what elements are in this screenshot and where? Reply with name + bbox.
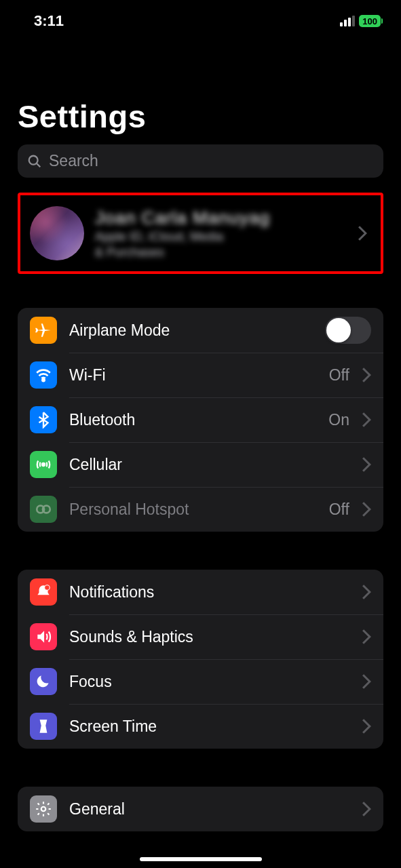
row-label: Bluetooth [69,411,316,429]
page-title: Settings [18,98,383,135]
row-value: On [328,411,349,429]
profile-subtitle: Apple ID, iCloud, Media [95,230,347,244]
row-label: Wi-Fi [69,366,317,384]
bluetooth-row[interactable]: Bluetooth On [18,397,383,442]
profile-text: Joan Carla Manuyag Apple ID, iCloud, Med… [95,208,347,260]
toggle-knob [326,318,351,342]
chevron-right-icon [362,457,371,472]
row-label: Sounds & Haptics [69,628,349,646]
hotspot-icon [30,496,57,523]
general-icon [30,795,57,823]
svg-point-6 [45,585,50,591]
chevron-right-icon [362,629,371,644]
status-bar: 3:11 100 [0,0,401,37]
chevron-right-icon [362,719,371,734]
svg-point-2 [42,379,44,381]
personal-hotspot-row[interactable]: Personal Hotspot Off [18,487,383,532]
wifi-row[interactable]: Wi-Fi Off [18,353,383,397]
search-input[interactable]: Search [18,144,383,178]
row-label: Screen Time [69,717,349,736]
row-label: Airplane Mode [69,321,313,340]
row-value: Off [329,366,349,384]
chevron-right-icon [362,585,371,599]
svg-point-3 [42,463,45,466]
row-label: Cellular [69,456,349,474]
focus-row[interactable]: Focus [18,659,383,704]
wifi-icon [30,361,57,389]
row-label: General [69,800,349,818]
svg-line-1 [37,163,41,167]
focus-icon [30,668,57,695]
chevron-right-icon [358,226,367,241]
connectivity-group: Airplane Mode Wi-Fi Off Bluetooth On [18,308,383,532]
alerts-group: Notifications Sounds & Haptics Focus Scr… [18,570,383,749]
row-label: Personal Hotspot [69,500,317,519]
row-value: Off [329,500,349,519]
notifications-row[interactable]: Notifications [18,570,383,614]
notifications-icon [30,578,57,606]
battery-icon: 100 [359,15,381,27]
bluetooth-icon [30,406,57,433]
chevron-right-icon [362,412,371,427]
cellular-row[interactable]: Cellular [18,442,383,487]
airplane-icon [30,317,57,344]
search-icon [27,154,42,169]
status-icons: 100 [340,15,381,27]
avatar [30,206,84,260]
profile-subtitle-2: & Purchases [95,245,347,260]
screentime-icon [30,713,57,740]
apple-id-group-highlight: Joan Carla Manuyag Apple ID, iCloud, Med… [18,193,383,274]
row-label: Notifications [69,583,349,601]
sounds-row[interactable]: Sounds & Haptics [18,614,383,659]
svg-point-7 [41,807,46,812]
svg-point-0 [29,155,38,164]
signal-icon [340,16,355,26]
cellular-icon [30,451,57,478]
general-group: General [18,787,383,831]
chevron-right-icon [362,368,371,382]
chevron-right-icon [362,502,371,517]
sounds-icon [30,623,57,650]
chevron-right-icon [362,802,371,816]
search-placeholder: Search [49,152,98,170]
home-indicator[interactable] [140,857,262,861]
row-label: Focus [69,673,349,691]
chevron-right-icon [362,674,371,689]
profile-name: Joan Carla Manuyag [95,208,347,229]
general-row[interactable]: General [18,787,383,831]
apple-id-row[interactable]: Joan Carla Manuyag Apple ID, iCloud, Med… [20,198,381,269]
status-time: 3:11 [34,12,64,30]
airplane-mode-toggle[interactable] [325,317,371,344]
screentime-row[interactable]: Screen Time [18,704,383,749]
airplane-mode-row[interactable]: Airplane Mode [18,308,383,353]
